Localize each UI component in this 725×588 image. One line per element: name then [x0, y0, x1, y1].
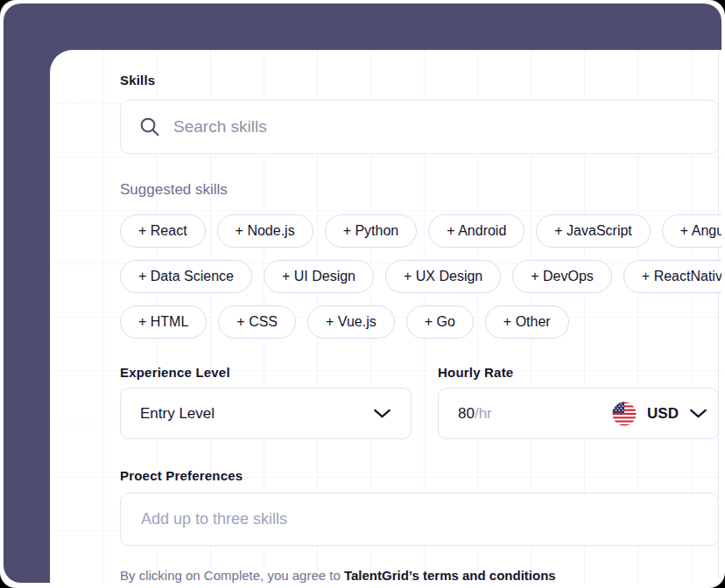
chip-row: + React+ Node.js+ Python+ Android+ JavaS… [120, 214, 721, 248]
experience-level-select[interactable]: Entry Level [120, 388, 412, 439]
skill-chip[interactable]: + CSS [218, 305, 296, 339]
skills-form-card: Skills Suggested skills + React+ Node.js… [50, 50, 721, 584]
search-icon [138, 116, 161, 138]
rate-unit: /hr [475, 405, 492, 422]
terms-footer: By clicking on Complete, you agree to Ta… [120, 568, 556, 583]
skill-chip[interactable]: + Other [485, 305, 569, 339]
experience-level-label: Experience Level [120, 365, 230, 380]
skill-chip[interactable]: + Vue.js [307, 305, 395, 339]
skill-chip[interactable]: + Data Science [120, 260, 252, 293]
chevron-down-icon [689, 409, 707, 418]
skill-chip[interactable]: + Python [325, 214, 418, 248]
chip-row: + Data Science+ UI Design+ UX Design+ De… [120, 260, 721, 293]
skills-search-box[interactable] [120, 100, 719, 154]
skill-chip[interactable]: + HTML [120, 305, 207, 339]
suggested-skills-label: Suggested skills [120, 181, 228, 199]
us-flag-icon [612, 402, 637, 426]
skill-chip[interactable]: + Angular [662, 214, 721, 248]
skills-label: Skills [120, 73, 155, 88]
skill-chip[interactable]: + ReactNative [623, 260, 721, 293]
chip-row: + HTML+ CSS+ Vue.js+ Go+ Other [120, 305, 721, 339]
chevron-down-icon [373, 409, 391, 418]
project-preferences-box[interactable] [120, 493, 719, 546]
skill-chip[interactable]: + React [120, 214, 206, 248]
currency-selector[interactable]: USD [612, 402, 707, 426]
hourly-rate-value: 80/hr [458, 405, 492, 423]
skill-chip[interactable]: + DevOps [512, 260, 612, 293]
skill-chip[interactable]: + JavaScript [536, 214, 650, 248]
skill-chip[interactable]: + UI Design [264, 260, 374, 293]
project-preferences-input[interactable] [141, 510, 698, 528]
skill-chip[interactable]: + UX Design [385, 260, 501, 293]
skill-chip[interactable]: + Node.js [217, 214, 313, 248]
suggested-skills-chips: + React+ Node.js+ Python+ Android+ JavaS… [120, 214, 721, 351]
hourly-rate-label: Hourly Rate [438, 365, 513, 380]
currency-code: USD [647, 405, 679, 423]
hourly-rate-field[interactable]: 80/hr [438, 388, 719, 439]
experience-level-value: Entry Level [140, 405, 215, 423]
skill-chip[interactable]: + Android [428, 214, 524, 248]
skill-chip[interactable]: + Go [406, 305, 474, 339]
search-skills-input[interactable] [173, 117, 700, 136]
onboarding-window: Skills Suggested skills + React+ Node.js… [0, 0, 725, 588]
project-preferences-label: Proect Preferences [120, 468, 243, 483]
terms-link: TalentGrid’s terms and conditions [344, 568, 556, 583]
terms-prefix: By clicking on Complete, you agree to [120, 568, 344, 583]
